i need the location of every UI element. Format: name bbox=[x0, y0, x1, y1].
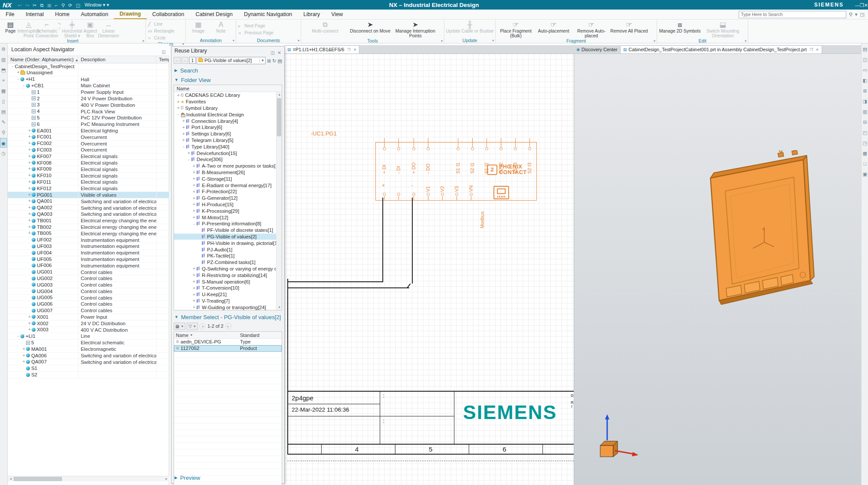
pin-terminal[interactable] bbox=[457, 147, 460, 150]
layout-10-icon[interactable]: ◳ bbox=[861, 138, 868, 148]
rectangle-button[interactable]: ▭Rectangle bbox=[148, 28, 174, 34]
manage-2d-symbols-button[interactable]: ⧈Manage 2D Symbols bbox=[658, 20, 701, 33]
table-row[interactable]: 3400 V Power Distribution bbox=[8, 102, 169, 109]
tree-row[interactable]: +E-Radiant or thermal energy[17] bbox=[174, 182, 276, 188]
expander-icon[interactable]: + bbox=[192, 215, 196, 220]
table-row[interactable]: UG001Control cables bbox=[8, 269, 169, 276]
group-dialog-launcher-icon[interactable]: ▾ bbox=[654, 38, 655, 44]
expander-icon[interactable]: - bbox=[16, 333, 20, 339]
expander-icon[interactable]: + bbox=[181, 125, 186, 130]
group-label-edit[interactable]: Edit▾ bbox=[657, 38, 748, 44]
table-row[interactable]: ⚙aedn_DEVICE-PGType bbox=[174, 339, 282, 345]
group-label-annotation[interactable]: Annotation▾ bbox=[186, 38, 236, 43]
expander-icon[interactable]: + bbox=[22, 353, 26, 359]
table-row[interactable]: 4PLC Rack View bbox=[8, 109, 169, 115]
table-row[interactable]: UG006Control cables bbox=[8, 301, 169, 307]
cut-icon[interactable]: ✂ bbox=[33, 3, 36, 8]
scrollbar-thumb[interactable] bbox=[13, 477, 62, 481]
table-row[interactable]: +TB005Electrical energy changing the ene… bbox=[8, 231, 169, 237]
group-label-documents[interactable]: Documents▾ bbox=[236, 38, 301, 43]
tab-view[interactable]: View bbox=[326, 10, 349, 19]
table-row[interactable]: ⚙1127052Product bbox=[174, 345, 282, 352]
table-row[interactable]: UF005Instrumentation equipment bbox=[8, 256, 169, 263]
tab-library[interactable]: Library bbox=[298, 10, 326, 19]
wire[interactable] bbox=[287, 287, 409, 288]
table-row[interactable]: UF003Instrumentation equipment bbox=[8, 243, 169, 250]
table-row[interactable]: 5PxC 12V Power Distribution bbox=[8, 115, 169, 121]
tree-row[interactable]: +B-Measurement[26] bbox=[174, 169, 276, 176]
navigator-horizontal-scrollbar[interactable]: ◂ ▸ bbox=[8, 476, 169, 482]
schematic-sheet-view[interactable]: -UC1.PG1 + DI- DI+ DO- DOS1 I1S2 I1S1 I2… bbox=[285, 54, 574, 485]
forward-button[interactable]: → bbox=[181, 57, 188, 64]
expander-icon[interactable]: + bbox=[27, 218, 32, 224]
remove-all-placed-button[interactable]: ☞Remove All Placed bbox=[610, 20, 648, 33]
tree-row[interactable]: PZ-Combined tasks[1] bbox=[174, 259, 276, 266]
column-description[interactable]: Description bbox=[78, 56, 156, 63]
table-row[interactable]: +QA006Switching and variation of electri… bbox=[8, 353, 169, 359]
expander-icon[interactable]: + bbox=[27, 153, 32, 159]
section-folder-view[interactable]: ▼ Folder View bbox=[171, 75, 284, 85]
machine-icon[interactable]: ▥ bbox=[0, 55, 7, 64]
tab-drawing-sheet[interactable]: ▤ =P1.LI1+H1.CB1&EFS/6 ❐ ✕ bbox=[285, 45, 359, 53]
tree-row[interactable]: PK-Tactile[1] bbox=[174, 253, 276, 259]
filter-dropdown[interactable]: ▽▼ bbox=[187, 323, 198, 330]
expander-icon[interactable]: + bbox=[192, 298, 196, 303]
table-row[interactable]: 5Electrical schematic bbox=[8, 340, 169, 346]
tab-assembly[interactable]: ▤ CabinetDesign_TestProjectCabinet001.pr… bbox=[621, 45, 822, 53]
tree-row[interactable]: -Device[306] bbox=[174, 156, 276, 163]
pin-terminal[interactable] bbox=[470, 193, 473, 196]
group-dialog-launcher-icon[interactable]: ▾ bbox=[233, 38, 234, 43]
table-row[interactable]: +TB001Electrical energy changing the ene… bbox=[8, 218, 169, 224]
undo-icon[interactable]: ↩ bbox=[18, 3, 22, 8]
tree-row[interactable]: +Telegram Library[5] bbox=[174, 137, 276, 144]
touch-mode-icon[interactable]: ⌐ bbox=[55, 3, 58, 8]
expander-icon[interactable]: + bbox=[192, 273, 196, 277]
layout-12-icon[interactable]: □ bbox=[861, 159, 868, 168]
first-page-icon[interactable]: ◀ bbox=[199, 323, 206, 330]
expander-icon[interactable]: + bbox=[187, 151, 191, 155]
tree-row[interactable]: +C-Storage[11] bbox=[174, 175, 276, 182]
pen-icon[interactable]: ✎ bbox=[0, 117, 7, 127]
tab-file[interactable]: File bbox=[0, 10, 20, 19]
expander-icon[interactable]: - bbox=[10, 63, 15, 69]
expander-icon[interactable]: - bbox=[176, 112, 181, 117]
settings-icon[interactable]: ⚙ bbox=[0, 44, 7, 54]
table-row[interactable]: +QA002Switching and variation of electri… bbox=[8, 205, 169, 211]
expander-icon[interactable]: + bbox=[27, 147, 32, 153]
table-row[interactable]: UF006Instrumentation equipment bbox=[8, 263, 169, 269]
expander-icon[interactable]: + bbox=[27, 160, 32, 166]
expander-icon[interactable]: - bbox=[187, 157, 191, 162]
last-page-icon[interactable]: ▶ bbox=[225, 323, 232, 330]
table-row[interactable]: 224 V Power Distribution bbox=[8, 96, 169, 102]
layout-11-icon[interactable]: ▦ bbox=[861, 148, 868, 158]
expander-icon[interactable]: + bbox=[27, 224, 32, 230]
column-name[interactable]: Name (Order: Alphanumeric) ▲ bbox=[8, 56, 78, 63]
remove-auto-placed-button[interactable]: ☞Remove Auto-placed bbox=[572, 20, 610, 38]
layout-4-icon[interactable]: ◧ bbox=[861, 76, 868, 85]
expander-icon[interactable]: + bbox=[192, 279, 196, 284]
scroll-left-icon[interactable]: ◂ bbox=[8, 476, 13, 482]
expander-icon[interactable]: + bbox=[176, 106, 181, 110]
wire[interactable] bbox=[382, 198, 383, 281]
expander-icon[interactable]: + bbox=[192, 164, 196, 168]
search-icon[interactable]: ⚲ bbox=[849, 12, 852, 17]
layout-map-icon[interactable]: ▦ bbox=[0, 86, 7, 96]
tab-cabinet-design[interactable]: Cabinet Design bbox=[190, 10, 238, 19]
pin-terminal[interactable] bbox=[397, 193, 400, 196]
minimize-button[interactable]: — bbox=[855, 3, 860, 8]
maximize-button[interactable]: ❐ bbox=[860, 3, 864, 8]
layout-9-icon[interactable]: ◰ bbox=[861, 128, 868, 137]
expander-icon[interactable]: + bbox=[181, 119, 186, 123]
tab-dynamic-navigation[interactable]: Dynamic Navigation bbox=[238, 10, 298, 19]
tree-row[interactable]: +W-Guiding or transporting[24] bbox=[174, 304, 276, 310]
tree-row[interactable]: PJ-Audio[1] bbox=[174, 246, 276, 253]
pin-terminal[interactable] bbox=[412, 193, 415, 196]
window-menu[interactable]: Window ▾ ▾ bbox=[85, 2, 109, 8]
group-dialog-launcher-icon[interactable]: ▾ bbox=[492, 38, 494, 43]
layout-5-icon[interactable]: ⊞ bbox=[861, 86, 868, 96]
expander-icon[interactable]: + bbox=[27, 205, 32, 211]
expander-icon[interactable]: + bbox=[27, 166, 32, 172]
close-icon[interactable]: ✕ bbox=[354, 48, 357, 52]
tree-row[interactable]: +Devicefunction[15] bbox=[174, 150, 276, 156]
tree-row[interactable]: +U-Keep[21] bbox=[174, 291, 276, 298]
